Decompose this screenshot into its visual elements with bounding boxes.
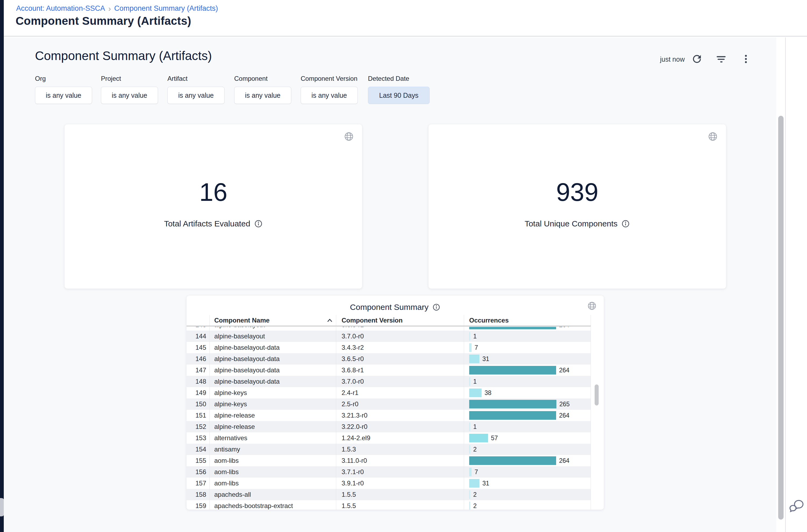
occurrences-bar [469, 366, 556, 375]
row-index: 158 [187, 489, 209, 500]
chat-support-icon [789, 499, 804, 513]
table-row: 157aom-libs3.9.1-r031 [187, 478, 591, 489]
row-index: 143 [187, 327, 209, 330]
more-actions-button[interactable] [740, 53, 752, 65]
filter-value-button[interactable]: Last 90 Days [368, 87, 429, 104]
component-version-cell: 3.7.0-r0 [336, 330, 464, 342]
main-scrollbar[interactable] [778, 116, 784, 519]
occurrences-value: 264 [559, 412, 569, 419]
occurrences-bar [469, 388, 482, 397]
table-row: 144alpine-baselayout3.7.0-r01 [187, 330, 591, 342]
occurrences-bar [469, 468, 472, 476]
info-icon[interactable] [254, 220, 263, 228]
dashboard-filters-button[interactable] [715, 53, 727, 65]
filter-label: Project [101, 75, 158, 82]
table-row: 159apacheds-bootstrap-extract1.5.52 [187, 500, 591, 510]
filter-value-button[interactable]: is any value [101, 87, 158, 104]
column-header-label: Occurrences [469, 317, 509, 324]
filter-component: Componentis any value [234, 75, 291, 104]
globe-icon [587, 301, 597, 311]
occurrences-value: 1 [473, 333, 477, 340]
refresh-button[interactable] [691, 53, 703, 65]
component-name-cell: alpine-keys [209, 387, 336, 398]
occurrences-bar [469, 343, 472, 352]
filter-artifact: Artifactis any value [168, 75, 225, 104]
component-version-cell: 2.5-r0 [336, 398, 464, 410]
table-header-row: Component Name Component Version Occurre… [187, 315, 591, 326]
occurrences-cell: 2 [464, 444, 591, 455]
occurrences-cell: 2 [464, 500, 591, 510]
filter-value-button[interactable]: is any value [301, 87, 358, 104]
table-row: 153alternatives1.24-2.el957 [187, 432, 591, 444]
info-icon[interactable] [432, 303, 440, 311]
filter-label: Detected Date [368, 75, 429, 82]
last-refreshed-label: just now [660, 55, 685, 63]
table-scrollbar[interactable] [595, 384, 599, 405]
occurrences-cell: 264 [464, 455, 591, 466]
stat-value: 16 [64, 178, 362, 207]
collapsed-nav-strip[interactable] [0, 0, 4, 532]
row-index: 144 [187, 330, 209, 342]
occurrences-bar [469, 422, 470, 431]
row-index: 151 [187, 410, 209, 421]
dashboard-title: Component Summary (Artifacts) [35, 49, 212, 63]
app-root: Account: Automation-SSCA › Component Sum… [0, 0, 807, 532]
component-name-cell: aom-libs [209, 455, 336, 466]
table-row: 158apacheds-all1.5.52 [187, 489, 591, 500]
table-row: 154antisamy1.5.32 [187, 444, 591, 455]
component-name-cell: aom-libs [209, 478, 336, 489]
occurrences-value: 1 [473, 378, 477, 385]
occurrences-value: 2 [473, 446, 477, 453]
component-version-cell: 3.6.8-r1 [336, 364, 464, 376]
occurrences-cell: 7 [464, 466, 591, 478]
occurrences-bar [469, 445, 470, 454]
row-index: 154 [187, 444, 209, 455]
breadcrumb-link-account[interactable]: Account: Automation-SSCA [16, 4, 105, 13]
filter-detected-date: Detected DateLast 90 Days [368, 75, 429, 104]
occurrences-bar [469, 332, 470, 341]
row-index: 148 [187, 376, 209, 387]
table-row: 146alpine-baselayout-data3.6.5-r031 [187, 353, 591, 364]
breadcrumb-link-dashboard[interactable]: Component Summary (Artifacts) [114, 4, 218, 13]
occurrences-cell: 57 [464, 432, 591, 444]
breadcrumb: Account: Automation-SSCA › Component Sum… [16, 4, 218, 13]
component-name-cell: alpine-baselayout-data [209, 353, 336, 364]
occurrences-cell: 31 [464, 353, 591, 364]
component-name-cell: alpine-baselayout-data [209, 364, 336, 376]
filter-value-button[interactable]: is any value [35, 87, 92, 104]
occurrences-bar [469, 400, 556, 408]
occurrences-bar [469, 355, 479, 363]
component-version-cell: 3.9.1-r0 [336, 478, 464, 489]
table-row: 148alpine-baselayout-data3.7.0-r01 [187, 376, 591, 387]
filter-label: Org [35, 75, 92, 82]
column-header-occurrences[interactable]: Occurrences [464, 315, 591, 326]
table-row: 149alpine-keys2.4-r138 [187, 387, 591, 398]
info-icon[interactable] [621, 220, 630, 228]
occurrences-value: 1 [473, 423, 477, 431]
column-header-index [187, 315, 209, 326]
occurrences-cell: 1 [464, 330, 591, 342]
occurrences-value: 264 [559, 327, 569, 329]
chat-support-button[interactable] [789, 499, 804, 514]
column-header-component-version[interactable]: Component Version [336, 315, 464, 326]
occurrences-value: 57 [491, 435, 498, 442]
filter-label: Component Version [301, 75, 358, 82]
occurrences-bar [469, 327, 556, 329]
filter-value-button[interactable]: is any value [234, 87, 291, 104]
occurrences-bar [469, 456, 556, 465]
column-header-component-name[interactable]: Component Name [209, 315, 336, 326]
filter-value-button[interactable]: is any value [168, 87, 225, 104]
occurrences-bar [469, 490, 470, 499]
row-index: 153 [187, 432, 209, 444]
kebab-menu-icon [741, 54, 751, 64]
component-version-cell: 1.24-2.el9 [336, 432, 464, 444]
row-index: 157 [187, 478, 209, 489]
occurrences-bar [469, 434, 488, 442]
occurrences-cell: 264 [464, 364, 591, 376]
table-body[interactable]: 143alpine-baselayout3.6.8-r1264144alpine… [187, 327, 591, 510]
column-header-label: Component Name [214, 317, 269, 324]
globe-icon [344, 131, 354, 141]
component-name-cell: alpine-keys [209, 398, 336, 410]
component-version-cell: 3.6.8-r1 [336, 327, 464, 330]
filter-label: Artifact [168, 75, 225, 82]
